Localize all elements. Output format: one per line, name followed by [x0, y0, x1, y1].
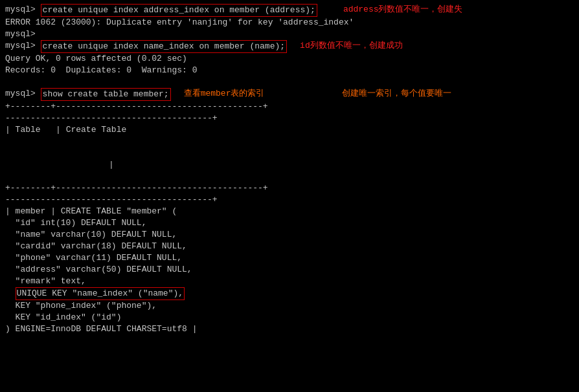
- records-line: Records: 0 Duplicates: 0 Warnings: 0: [5, 65, 574, 76]
- query-ok-text: Query OK, 0 rows affected (0.02 sec): [5, 53, 187, 65]
- engine-text: ) ENGINE=InnoDB DEFAULT CHARSET=utf8 |: [5, 323, 197, 335]
- field-id-text: "id" int(10) DEFAULT NULL,: [5, 217, 146, 229]
- cmd-line-1: mysql> create unique index address_index…: [5, 4, 574, 17]
- field-remark: "remark" text,: [5, 276, 574, 287]
- annotation-address: address列数值不唯一，创建失: [343, 4, 463, 16]
- create-table-text: | member | CREATE TABLE "member" (: [5, 206, 177, 217]
- spacer-2: [5, 136, 574, 147]
- spacer-3: [5, 147, 574, 159]
- key-id-text: KEY "id_index" ("id"): [5, 312, 121, 323]
- unique-key-prefix: [5, 287, 16, 299]
- annotation-show: 查看member表的索引: [184, 88, 265, 100]
- query-ok-line: Query OK, 0 rows affected (0.02 sec): [5, 53, 574, 65]
- divider-bottom-outer: +--------+------------------------------…: [5, 182, 574, 194]
- cmd-show-create: show create table member;: [41, 88, 171, 101]
- field-cardid: "cardid" varchar(18) DEFAULT NULL,: [5, 241, 574, 252]
- table-header: | Table | Create Table: [5, 124, 574, 136]
- field-address-text: "address" varchar(50) DEFAULT NULL,: [5, 264, 192, 276]
- records-text: Records: 0 Duplicates: 0 Warnings: 0: [5, 65, 197, 76]
- create-table-line: | member | CREATE TABLE "member" (: [5, 206, 574, 217]
- field-address: "address" varchar(50) DEFAULT NULL,: [5, 264, 574, 276]
- cmd-line-3: mysql> show create table member; 查看membe…: [5, 88, 574, 101]
- table-label: Table: [16, 124, 41, 136]
- field-phone: "phone" varchar(11) DEFAULT NULL,: [5, 252, 574, 264]
- field-name-text: "name" varchar(10) DEFAULT NULL,: [5, 229, 177, 241]
- spacer-1: [5, 76, 574, 88]
- field-cardid-text: "cardid" varchar(18) DEFAULT NULL,: [5, 241, 187, 252]
- prompt-2: mysql>: [5, 40, 41, 52]
- divider-bottom-inner: ----------------------------------------…: [5, 194, 574, 206]
- terminal: mysql> create unique index address_index…: [0, 0, 579, 392]
- engine-line: ) ENGINE=InnoDB DEFAULT CHARSET=utf8 |: [5, 323, 574, 335]
- cmd-line-2: mysql> create unique index name_index on…: [5, 40, 574, 53]
- spacer-4: [5, 171, 574, 182]
- table-col: |: [5, 124, 16, 136]
- error-line: ERROR 1062 (23000): Duplicate entry 'nan…: [5, 17, 574, 28]
- key-phone: KEY "phone_index" ("phone"),: [5, 300, 574, 312]
- prompt-blank: mysql>: [5, 28, 574, 40]
- error-text: ERROR 1062 (23000): Duplicate entry 'nan…: [5, 17, 354, 28]
- divider-inner-1: ----------------------------------------…: [5, 113, 574, 124]
- annotation-name: id列数值不唯一，创建成功: [300, 40, 403, 52]
- cmd-address-index: create unique index address_index on mem…: [41, 4, 317, 17]
- cursor-text: |: [109, 159, 114, 171]
- key-id: KEY "id_index" ("id"): [5, 312, 574, 323]
- table-sep: | Create Table: [41, 124, 127, 136]
- field-id: "id" int(10) DEFAULT NULL,: [5, 217, 574, 229]
- field-remark-text: "remark" text,: [5, 276, 86, 287]
- field-name: "name" varchar(10) DEFAULT NULL,: [5, 229, 574, 241]
- prompt-3: mysql>: [5, 88, 41, 100]
- cmd-name-index: create unique index name_index on member…: [41, 40, 287, 53]
- prompt-blank-text: mysql>: [5, 28, 41, 40]
- unique-key-line: UNIQUE KEY "name_index" ("name"),: [5, 287, 574, 300]
- cursor-line: |: [5, 159, 574, 171]
- unique-key-text: UNIQUE KEY "name_index" ("name"),: [16, 287, 185, 300]
- prompt-1: mysql>: [5, 4, 41, 16]
- divider-top-outer: +--------+------------------------------…: [5, 101, 574, 113]
- field-phone-text: "phone" varchar(11) DEFAULT NULL,: [5, 252, 182, 264]
- key-phone-text: KEY "phone_index" ("phone"),: [5, 300, 157, 312]
- annotation-unique: 创建唯一索引，每个值要唯一: [342, 88, 451, 100]
